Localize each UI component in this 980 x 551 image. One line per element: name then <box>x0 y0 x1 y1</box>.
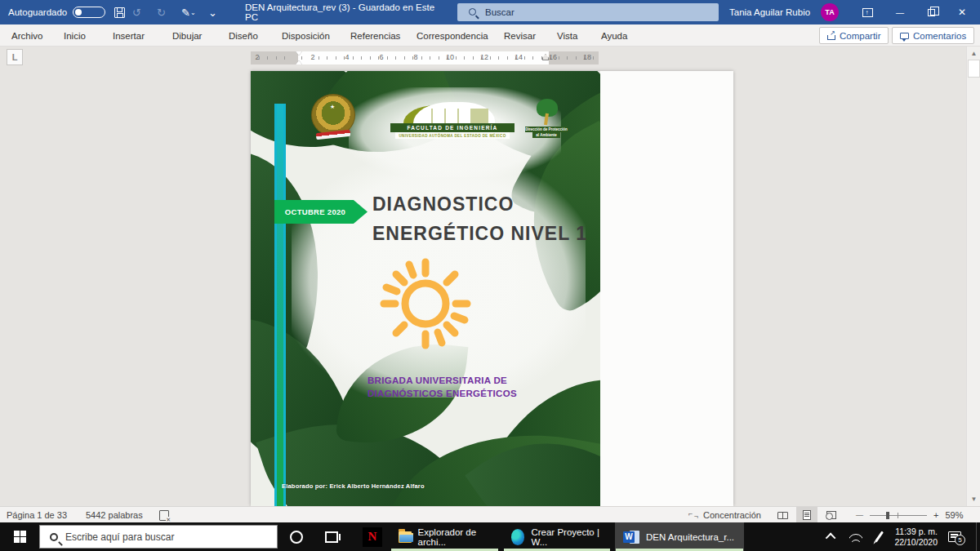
user-name[interactable]: Tania Aguilar Rubio <box>729 0 810 24</box>
zoom-out-button[interactable]: — <box>856 511 863 519</box>
tab-diseno[interactable]: Diseño <box>225 24 261 47</box>
save-icon[interactable] <box>114 7 125 18</box>
proofing-errors-button[interactable] <box>159 507 169 523</box>
tab-dibujar[interactable]: Dibujar <box>169 24 205 47</box>
horizontal-ruler[interactable]: 2 2 4 6 8 10 12 14 16 18 <box>251 51 599 64</box>
page-indicator[interactable]: Página 1 de 33 <box>7 507 67 523</box>
taskbar-clock[interactable]: 11:39 p. m. 22/10/2020 <box>890 522 938 551</box>
proteccion-ambiente-logo: Dirección de Protección al Ambiente <box>525 99 568 140</box>
notification-center-button[interactable]: 5 <box>941 522 969 551</box>
ruler-number: 12 <box>480 53 488 61</box>
tab-ayuda[interactable]: Ayuda <box>598 24 630 47</box>
web-layout-button[interactable] <box>821 507 842 523</box>
edge-icon <box>511 529 524 545</box>
taskbar-app-edge-label: Crear Proyecto | W... <box>531 527 603 547</box>
autosave-toggle-knob <box>75 9 82 16</box>
word-icon: W <box>623 529 639 545</box>
netflix-button[interactable]: N <box>356 522 389 551</box>
print-layout-button[interactable] <box>796 507 817 523</box>
tab-archivo[interactable]: Archivo <box>8 24 46 47</box>
read-mode-button[interactable] <box>772 507 793 523</box>
comments-button[interactable]: Comentarios <box>892 27 974 44</box>
taskbar: Escribe aquí para buscar N Explorador de… <box>0 522 980 551</box>
cover-title-line2: ENERGÉTICO NIVEL 1 <box>372 223 587 245</box>
cover-vertical-stripe <box>274 104 286 506</box>
cover-author-line: Elaborado por: Erick Alberto Hernández A… <box>282 482 425 490</box>
ribbon-display-options-button[interactable] <box>849 0 885 24</box>
focus-mode-button[interactable]: Concentración <box>688 507 761 523</box>
tab-disposicion[interactable]: Disposición <box>278 24 333 47</box>
uaem-crest-star: ★ <box>330 104 335 110</box>
tree-trunk <box>544 113 549 125</box>
wifi-button[interactable] <box>845 522 866 551</box>
customize-qat-chevron-icon[interactable]: ⌄ <box>208 0 226 24</box>
tab-stop-selector[interactable]: L <box>7 49 23 65</box>
pen-icon <box>874 531 883 542</box>
scroll-up-icon[interactable]: ▲ <box>968 47 980 60</box>
document-canvas[interactable]: ★ FACULTAD DE INGENIERÍA UNIVERSIDAD AUT… <box>0 69 966 506</box>
ruler-row: L 2 2 4 6 8 10 12 14 16 18 <box>0 47 980 69</box>
uaem-crest-logo: ★ <box>308 94 359 141</box>
web-layout-icon <box>826 511 836 519</box>
zoom-slider[interactable] <box>870 515 927 516</box>
undo-icon[interactable]: ↺ <box>132 0 150 24</box>
notification-icon: 5 <box>948 531 961 542</box>
taskbar-app-explorer-label: Explorador de archi... <box>418 527 491 547</box>
indent-marker-left[interactable] <box>296 51 302 64</box>
autosave-label: Autoguardado <box>8 7 67 17</box>
taskbar-app-edge[interactable]: Crear Proyecto | W... <box>503 522 611 551</box>
titlebar-search-placeholder: Buscar <box>485 7 514 17</box>
share-icon <box>827 32 835 40</box>
word-count[interactable]: 5442 palabras <box>86 507 143 523</box>
tab-insertar[interactable]: Insertar <box>109 24 148 47</box>
zoom-slider-thumb[interactable] <box>886 512 889 519</box>
tab-vista[interactable]: Vista <box>554 24 581 47</box>
redo-icon[interactable]: ↻ <box>157 0 175 24</box>
zoom-slider-center-tick <box>898 513 898 518</box>
tab-inicio[interactable]: Inicio <box>60 24 89 47</box>
document-page[interactable]: ★ FACULTAD DE INGENIERÍA UNIVERSIDAD AUT… <box>251 71 733 506</box>
wifi-icon <box>849 532 862 542</box>
titlebar-search-input[interactable]: Buscar <box>457 3 719 21</box>
task-view-icon <box>325 531 338 543</box>
ink-pen-icon[interactable]: ✎⌄ <box>181 0 199 24</box>
taskbar-app-explorer[interactable]: Explorador de archi... <box>390 522 499 551</box>
avatar[interactable]: TA <box>821 3 839 21</box>
cortana-icon <box>290 531 303 544</box>
windows-logo-icon <box>14 531 26 543</box>
clock-date: 22/10/2020 <box>894 537 938 548</box>
file-explorer-icon <box>399 531 412 543</box>
tab-referencias[interactable]: Referencias <box>347 24 403 47</box>
show-desktop-button[interactable] <box>976 522 980 551</box>
scrollbar-thumb[interactable] <box>968 60 980 78</box>
share-button[interactable]: Compartir <box>819 27 889 44</box>
ruler-number: 4 <box>345 53 349 61</box>
taskbar-search-placeholder: Escribe aquí para buscar <box>65 531 174 543</box>
facultad-building-icon <box>413 102 495 123</box>
taskbar-search-input[interactable]: Escribe aquí para buscar <box>39 525 278 549</box>
scroll-down-icon[interactable]: ▼ <box>968 493 980 505</box>
tab-revisar[interactable]: Revisar <box>501 24 539 47</box>
start-button[interactable] <box>0 522 39 551</box>
ruler-number: 16 <box>549 53 557 61</box>
zoom-level[interactable]: 59% <box>945 510 963 520</box>
close-button[interactable]: ✕ <box>944 0 980 24</box>
autosave-toggle[interactable] <box>73 7 105 18</box>
tab-correspondencia[interactable]: Correspondencia <box>413 24 492 47</box>
zoom-in-button[interactable]: + <box>933 510 938 520</box>
restore-icon <box>928 9 935 16</box>
tray-chevron-button[interactable] <box>821 522 842 551</box>
ruler-number: 2 <box>310 53 314 61</box>
minimize-icon: — <box>896 8 904 17</box>
date-banner: OCTUBRE 2020 <box>274 200 368 224</box>
taskbar-app-word[interactable]: W DEN Arquitectura_r... <box>615 522 744 551</box>
task-view-button[interactable] <box>317 522 346 551</box>
cover-subtitle-line2: DIAGNÓSTICOS ENERGÉTICOS <box>368 387 517 400</box>
comment-icon <box>900 33 909 39</box>
cortana-button[interactable] <box>282 522 311 551</box>
cover-subtitle: BRIGADA UNIVERSITARIA DE DIAGNÓSTICOS EN… <box>368 374 517 400</box>
document-title: DEN Arquitectura_rev (3) - Guardado en E… <box>245 2 449 22</box>
vertical-scrollbar[interactable]: ▲ ▼ <box>966 47 980 506</box>
cover-subtitle-line1: BRIGADA UNIVERSITARIA DE <box>368 374 517 387</box>
windows-ink-button[interactable] <box>868 522 889 551</box>
